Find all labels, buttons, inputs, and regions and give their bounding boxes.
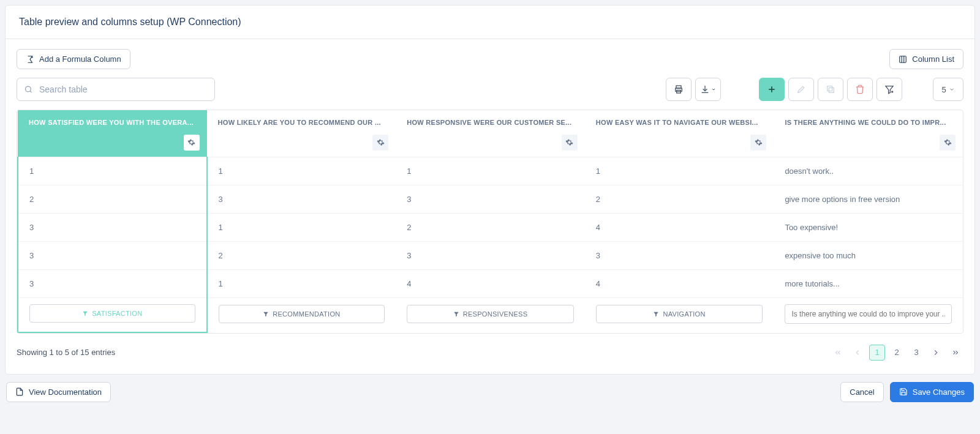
add-formula-button[interactable]: Add a Formula Column	[17, 49, 130, 69]
search-input[interactable]	[17, 78, 215, 101]
col-header-0[interactable]: HOW SATISFIED WERE YOU WITH THE OVERA...	[18, 110, 207, 157]
cell: 4	[585, 269, 774, 297]
table-row[interactable]: 3 2 3 3 expensive too much	[18, 241, 963, 269]
page-next[interactable]	[928, 345, 944, 361]
page-3[interactable]: 3	[908, 345, 924, 361]
cell: Too expensive!	[774, 213, 963, 241]
header-row: HOW SATISFIED WERE YOU WITH THE OVERA...…	[18, 110, 963, 157]
filter-input-4[interactable]	[785, 304, 952, 324]
col-header-1[interactable]: HOW LIKELY ARE YOU TO RECOMMEND OUR ...	[207, 110, 396, 157]
save-button[interactable]: Save Changes	[890, 382, 974, 402]
save-label: Save Changes	[913, 387, 965, 397]
col-header-3-label: HOW EASY WAS IT TO NAVIGATE OUR WEBSI...	[596, 119, 758, 126]
filter-clear-button[interactable]	[876, 78, 902, 101]
column-list-button[interactable]: Column List	[889, 49, 963, 69]
view-docs-label: View Documentation	[29, 387, 102, 397]
svg-marker-19	[263, 312, 268, 316]
download-button[interactable]	[695, 78, 721, 101]
filter-btn-1[interactable]: RECOMMENDATION	[219, 305, 385, 323]
cell: 3	[396, 241, 585, 269]
add-formula-label: Add a Formula Column	[39, 54, 121, 64]
cell: 1	[585, 157, 774, 185]
bottom-actions: Cancel Save Changes	[840, 382, 974, 402]
print-button[interactable]	[666, 78, 692, 101]
edit-button[interactable]	[788, 78, 814, 101]
cancel-label: Cancel	[850, 387, 874, 397]
page-first[interactable]	[830, 345, 846, 361]
col-settings-2[interactable]	[562, 135, 578, 151]
filter-btn-2[interactable]: RESPONSIVENESS	[407, 305, 574, 323]
svg-marker-21	[654, 312, 659, 316]
card-body: Add a Formula Column Column List	[6, 39, 974, 374]
data-table: HOW SATISFIED WERE YOU WITH THE OVERA...…	[17, 110, 963, 333]
cell: 1	[18, 157, 207, 185]
cell: 3	[396, 185, 585, 213]
cell: 2	[207, 241, 396, 269]
col-header-0-label: HOW SATISFIED WERE YOU WITH THE OVERA...	[29, 119, 194, 126]
table-body: 1 1 1 1 doesn't work.. 2 3 3 2 give more…	[18, 157, 963, 332]
filter-btn-0[interactable]: SATISFACTION	[29, 304, 195, 323]
cell: 2	[396, 213, 585, 241]
top-row: Add a Formula Column Column List	[17, 49, 963, 69]
page-size-value: 5	[941, 85, 946, 94]
table-row[interactable]: 2 3 3 2 give more options in free versio…	[18, 185, 963, 213]
formula-icon	[26, 55, 34, 64]
cell: more tutorials...	[774, 269, 963, 297]
filter-label-0: SATISFACTION	[92, 310, 142, 317]
table-row[interactable]: 3 1 4 4 more tutorials...	[18, 269, 963, 297]
toolbar-actions: 5	[666, 78, 963, 101]
column-list-label: Column List	[912, 54, 954, 64]
cell: expensive too much	[774, 241, 963, 269]
col-header-1-label: HOW LIKELY ARE YOU TO RECOMMEND OUR ...	[218, 119, 381, 126]
col-settings-3[interactable]	[750, 135, 766, 151]
view-docs-button[interactable]: View Documentation	[6, 382, 111, 402]
cell: 2	[585, 185, 774, 213]
col-settings-0[interactable]	[184, 135, 200, 151]
filter-label-2: RESPONSIVENESS	[463, 310, 528, 318]
cell: 3	[18, 213, 207, 241]
page-2[interactable]: 2	[889, 345, 905, 361]
main-card: Table preview and columns setup (WP Conn…	[5, 5, 975, 375]
cell: 3	[207, 185, 396, 213]
delete-button[interactable]	[847, 78, 873, 101]
col-header-4[interactable]: IS THERE ANYTHING WE COULD DO TO IMPR...	[774, 110, 963, 157]
filter-btn-3[interactable]: NAVIGATION	[596, 305, 763, 323]
cell: doesn't work..	[774, 157, 963, 185]
cell: 1	[207, 269, 396, 297]
svg-point-0	[31, 56, 32, 58]
cell: 1	[396, 157, 585, 185]
cell: 4	[396, 269, 585, 297]
col-settings-1[interactable]	[372, 135, 388, 151]
page-last[interactable]	[948, 345, 963, 361]
file-icon	[15, 387, 24, 396]
add-button[interactable]	[759, 78, 785, 101]
page-1[interactable]: 1	[869, 345, 885, 361]
page-size-select[interactable]: 5	[933, 78, 963, 101]
svg-marker-18	[83, 312, 88, 316]
filter-row: SATISFACTION RECOMMENDATION	[18, 297, 963, 332]
columns-icon	[899, 55, 907, 64]
svg-rect-14	[827, 86, 832, 91]
cancel-button[interactable]: Cancel	[840, 382, 883, 402]
export-group	[666, 78, 721, 101]
copy-button[interactable]	[818, 78, 843, 101]
col-header-2-label: HOW RESPONSIVE WERE OUR CUSTOMER SE...	[407, 119, 571, 126]
card-title: Table preview and columns setup (WP Conn…	[6, 6, 974, 39]
svg-rect-13	[829, 88, 834, 92]
cell: 2	[18, 185, 207, 213]
search-wrap	[17, 78, 215, 101]
svg-marker-20	[454, 312, 459, 316]
table-footer: Showing 1 to 5 of 15 entries 1 2 3	[17, 334, 963, 364]
entries-info: Showing 1 to 5 of 15 entries	[17, 348, 115, 357]
col-settings-4[interactable]	[940, 135, 956, 151]
page-prev[interactable]	[850, 345, 865, 361]
cell: 3	[18, 269, 207, 297]
cell: 4	[585, 213, 774, 241]
table-row[interactable]: 3 1 2 4 Too expensive!	[18, 213, 963, 241]
col-header-3[interactable]: HOW EASY WAS IT TO NAVIGATE OUR WEBSI...	[585, 110, 774, 157]
col-header-2[interactable]: HOW RESPONSIVE WERE OUR CUSTOMER SE...	[396, 110, 585, 157]
toolbar-row: 5	[17, 78, 963, 101]
cell: give more options in free version	[774, 185, 963, 213]
table-row[interactable]: 1 1 1 1 doesn't work..	[18, 157, 963, 185]
filter-label-3: NAVIGATION	[663, 310, 705, 318]
